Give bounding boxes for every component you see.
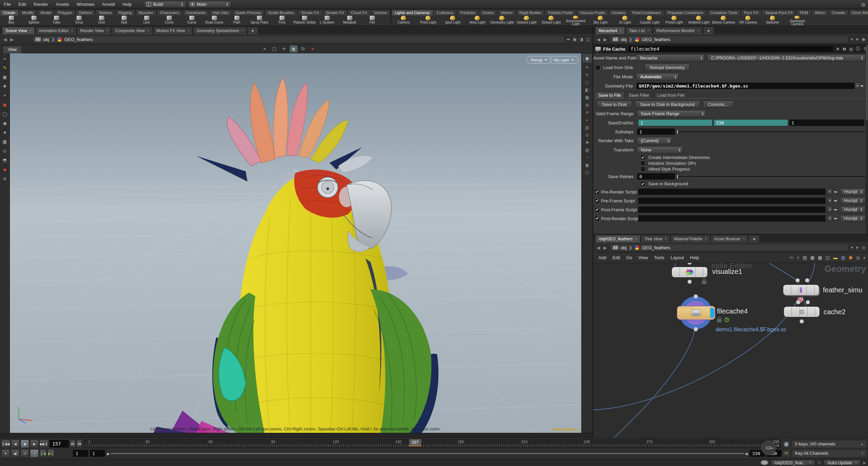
shelf-tab[interactable]: Pyro FX [741, 10, 762, 15]
shelf-tab[interactable]: Drive Simulation [849, 10, 868, 15]
menu-item[interactable]: Tools [651, 255, 667, 260]
play-button[interactable]: ▶ [30, 440, 39, 448]
view-tool-icon[interactable]: ↻ [299, 45, 307, 52]
param-tab[interactable]: Load from File [653, 92, 688, 98]
eye-icon[interactable]: ◉ [583, 54, 592, 62]
node-input[interactable] [796, 300, 800, 304]
menu-item[interactable]: Edit [15, 2, 30, 7]
node-cache2[interactable]: ⚙ [784, 307, 819, 317]
pre-render-script-field[interactable] [638, 188, 826, 195]
network-toolbar-icon[interactable]: ▩ [818, 255, 822, 260]
shelf-tab[interactable]: Muscles [135, 10, 157, 15]
node-input[interactable] [694, 294, 698, 298]
menu-item[interactable]: Windows [73, 2, 98, 7]
file-chooser-icon[interactable]: ➥ [834, 215, 839, 222]
shelf-tool[interactable]: Torus [68, 15, 90, 26]
chevron-down-icon[interactable]: ▾ [851, 37, 853, 42]
perspective-menu[interactable]: Persp▼ [526, 56, 552, 64]
prev-keyframe-button[interactable]: ❙◀ [40, 449, 46, 457]
close-icon[interactable]: × [106, 29, 108, 32]
playbar-options-icon[interactable]: ▾ [1, 449, 10, 457]
pane-maximize-icon[interactable]: ◨ [579, 37, 583, 42]
shelf-tab[interactable]: Wires [812, 10, 828, 15]
tool-icon[interactable]: ⬒ [1, 157, 9, 163]
chevron-down-icon[interactable]: ▼ [827, 188, 832, 195]
shelf-tab[interactable]: Oceans [608, 10, 629, 15]
display-option-icon[interactable]: ◔ [586, 155, 588, 160]
shelf-tool[interactable]: Portal Light [662, 15, 687, 26]
menu-item[interactable]: Render [30, 2, 52, 7]
reload-geometry-button[interactable]: Reload Geometry [645, 64, 690, 71]
shelf-tool[interactable]: Circle [158, 15, 180, 26]
shelf-tool[interactable]: Volume Light [514, 15, 539, 26]
tool-icon[interactable]: ★ [1, 129, 9, 135]
jump-to-end-button[interactable]: ▶▶❙ [40, 440, 48, 448]
pin-icon[interactable]: ➤ [855, 37, 859, 42]
shelf-tool[interactable]: Curve [180, 15, 203, 26]
menu-item[interactable]: Go [623, 255, 635, 260]
pane-tab[interactable]: Take List × [625, 27, 653, 34]
shelf-tab[interactable]: Polygon [55, 10, 76, 15]
shelf-tool[interactable]: Null [113, 15, 135, 26]
box-select-icon[interactable]: ▢ [271, 45, 278, 52]
pane-tab[interactable]: Scene View × [2, 27, 35, 34]
network-toolbar-icon[interactable]: ◐ [863, 255, 866, 260]
menu-item[interactable]: File [0, 2, 15, 7]
step-back-button[interactable]: ◀❙ [70, 440, 76, 448]
shelf-tool[interactable]: Ambient Light [687, 15, 711, 26]
pane-tab[interactable]: /obj/GEO_feathers × [595, 235, 640, 242]
network-toolbar-icon[interactable]: ◱ [826, 255, 830, 260]
start-field[interactable]: 1 [638, 119, 713, 126]
display-option-icon[interactable]: ✳ [585, 110, 589, 115]
display-option-icon[interactable]: ✚ [585, 140, 589, 145]
network-toolbar-icon[interactable]: ⬢ [849, 255, 852, 260]
close-icon[interactable]: × [241, 29, 243, 32]
shelf-tab[interactable]: Collisions [433, 10, 457, 15]
shelf-tab[interactable]: Guide Brushes [265, 10, 297, 15]
global-start-field[interactable]: 1 [73, 450, 89, 457]
node-name-field[interactable]: filecache4 [628, 45, 833, 52]
pin-icon[interactable]: ➤ [855, 245, 859, 250]
shelf-tab[interactable]: Simple FX [323, 10, 348, 15]
close-icon[interactable]: × [743, 237, 745, 241]
display-option-icon[interactable]: ▢ [585, 80, 589, 85]
spinner-icon[interactable]: ▲▼ [701, 111, 705, 117]
file-chooser-icon[interactable]: ➥ [860, 83, 865, 89]
shelf-tab[interactable]: Viscous Fluids [576, 10, 608, 15]
network-toolbar-icon[interactable]: ⌗ [797, 255, 799, 261]
load-from-disk-checkbox[interactable] [595, 65, 600, 70]
forward-icon[interactable]: ▶ [10, 37, 14, 42]
close-icon[interactable]: × [697, 29, 699, 32]
back-icon[interactable]: ◀ [596, 245, 601, 250]
shelf-tool[interactable]: Spray Paint [248, 15, 271, 26]
geometry-file-field[interactable]: $HIP/geo/sim2/demo1.filecache4.$F.bgeo.s… [636, 82, 855, 89]
script-language-select[interactable]: Hscript▲▼ [840, 197, 865, 204]
shelf-tool[interactable]: Platonic Solids [293, 15, 316, 26]
pane-tab[interactable]: filecache4 × [595, 27, 625, 34]
init-sim-checkbox[interactable] [640, 161, 646, 166]
tool-icon[interactable]: ◼ [1, 102, 9, 108]
shelf-tab[interactable]: Grains [479, 10, 497, 15]
spinner-icon[interactable]: ▲▼ [699, 55, 704, 61]
shelf-tab[interactable]: Characters [157, 10, 182, 15]
network-toolbar-icon[interactable]: ▦ [810, 255, 814, 260]
network-toolbar-icon[interactable]: ◎ [856, 255, 860, 260]
close-icon[interactable]: × [147, 29, 149, 32]
display-option-icon[interactable]: ▣ [585, 163, 589, 168]
node-label[interactable]: feather_simu [823, 286, 863, 294]
path-field[interactable]: obj ❯ GEO_feathers [32, 36, 565, 43]
file-mode-select[interactable]: Automatic ▲▼ [636, 73, 679, 80]
back-icon[interactable]: ◀ [3, 37, 8, 42]
pane-tab[interactable]: Composite View × [112, 27, 152, 34]
network-toolbar-icon[interactable]: ✄ [790, 255, 794, 260]
script-language-select[interactable]: Hscript▲▼ [840, 215, 865, 222]
pane-tab[interactable]: Asset Browser × [710, 235, 748, 242]
gear-icon[interactable]: ✳ [836, 46, 840, 52]
tool-icon[interactable]: ✚ [1, 83, 9, 89]
menu-item[interactable]: Arnold [98, 2, 119, 7]
shelf-tab[interactable]: Lights and Cameras [391, 10, 433, 15]
param-tab[interactable]: Save to File [595, 92, 625, 98]
context-selector[interactable]: /obj/GEO_feat...⇕ [771, 460, 815, 466]
shelf-tab[interactable]: Particles [457, 10, 479, 15]
valid-frame-range-select[interactable]: Save Frame Range ▲▼ [637, 110, 706, 117]
